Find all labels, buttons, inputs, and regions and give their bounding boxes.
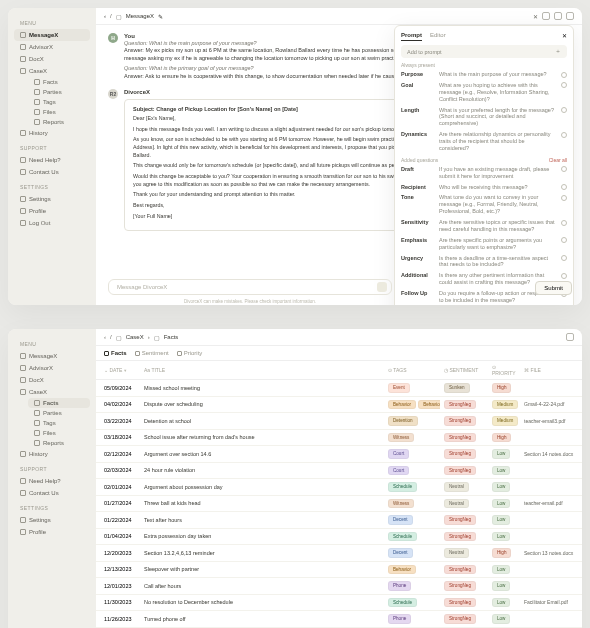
table-row[interactable]: 12/13/2023Sleepover with partnerBehavior… — [96, 562, 582, 579]
sidebar-support-item[interactable]: Need Help? — [14, 154, 90, 166]
tab-prompt[interactable]: Prompt — [401, 32, 422, 41]
info-icon[interactable] — [561, 220, 567, 226]
breadcrumb-app[interactable]: MessageX — [126, 13, 154, 19]
fullscreen-icon[interactable] — [554, 12, 562, 20]
tab-sentiment[interactable]: Sentiment — [135, 350, 169, 356]
cell-file[interactable]: Section 13 notes.docx — [524, 550, 574, 556]
info-icon[interactable] — [561, 184, 567, 190]
breadcrumb-root[interactable]: / — [110, 13, 112, 19]
sidebar-item-messagex[interactable]: MessageX — [14, 29, 90, 41]
sidebar-settings-item[interactable]: Settings — [14, 193, 90, 205]
prompt-field-recipient[interactable]: RecipientWho will be receiving this mess… — [401, 182, 567, 193]
send-icon[interactable] — [377, 282, 387, 292]
table-row[interactable]: 02/12/2024Argument over section 14.6Cour… — [96, 446, 582, 463]
sidebar-sub-reports[interactable]: Reports — [28, 117, 90, 127]
prompt-field-tone[interactable]: ToneWhat tone do you want to convey in y… — [401, 192, 567, 217]
prompt-field-emphasis[interactable]: EmphasisAre there specific points or arg… — [401, 235, 567, 253]
sidebar-sub-parties[interactable]: Parties — [28, 408, 90, 418]
sidebar-sub-parties[interactable]: Parties — [28, 87, 90, 97]
sidebar-support-item[interactable]: Contact Us — [14, 166, 90, 178]
table-row[interactable]: 02/01/2024Argument about possession dayS… — [96, 479, 582, 496]
sidebar-sub-files[interactable]: Files — [28, 107, 90, 117]
table-row[interactable]: 01/27/2024Threw ball at kids headWitness… — [96, 496, 582, 513]
breadcrumb-b[interactable]: Facts — [164, 334, 179, 340]
submit-button[interactable]: Submit — [535, 281, 572, 295]
sidebar-item-history-2[interactable]: History — [14, 448, 90, 460]
col-tags[interactable]: ⊙ TAGS — [388, 367, 440, 373]
back-icon[interactable]: ‹ — [104, 334, 106, 340]
sidebar-item-docx[interactable]: DocX — [14, 53, 90, 65]
table-row[interactable]: 12/20/2023Section 13.2,4,6,13 reminderDe… — [96, 545, 582, 562]
info-icon[interactable] — [561, 82, 567, 88]
topbar-icon[interactable] — [542, 12, 550, 20]
plus-icon[interactable] — [566, 333, 574, 341]
info-icon[interactable] — [561, 255, 567, 261]
clear-all-button[interactable]: Clear all — [549, 157, 567, 163]
add-to-prompt[interactable]: Add to prompt＋ — [401, 45, 567, 58]
sidebar-sub-facts[interactable]: Facts — [28, 77, 90, 87]
sidebar-support-item[interactable]: Contact Us — [14, 487, 90, 499]
table-row[interactable]: 02/03/202424 hour rule violationCourtStr… — [96, 463, 582, 480]
tab-facts[interactable]: Facts — [104, 350, 127, 356]
sidebar-item-messagex[interactable]: MessageX — [14, 350, 90, 362]
cell-file[interactable]: teacher-email.pdf — [524, 500, 574, 506]
edit-icon[interactable]: ✎ — [158, 13, 163, 20]
table-row[interactable]: 01/22/2024Text after hoursDecentStrongNe… — [96, 512, 582, 529]
breadcrumb-root-2[interactable]: / — [110, 334, 112, 340]
info-icon[interactable] — [561, 166, 567, 172]
info-icon[interactable] — [561, 107, 567, 113]
sidebar-sub-files[interactable]: Files — [28, 428, 90, 438]
table-row[interactable]: 01/04/2024Extra possession day takenSche… — [96, 529, 582, 546]
back-icon[interactable]: ‹ — [104, 13, 106, 19]
prompt-field-goal[interactable]: GoalWhat are you hoping to achieve with … — [401, 80, 567, 105]
table-row[interactable]: 05/09/2024Missed school meetingEventSunk… — [96, 380, 582, 397]
close-icon[interactable]: ✕ — [533, 13, 538, 20]
table-row[interactable]: 12/01/2023Call after hoursPhoneStrongNeg… — [96, 578, 582, 595]
sidebar-sub-tags[interactable]: Tags — [28, 97, 90, 107]
table-row[interactable]: 11/30/2023No resolution to December sche… — [96, 595, 582, 612]
col-title[interactable]: Aa TITLE — [144, 367, 384, 373]
info-icon[interactable] — [561, 132, 567, 138]
col-priority[interactable]: ⊙ PRIORITY — [492, 364, 520, 376]
sidebar-sub-reports[interactable]: Reports — [28, 438, 90, 448]
table-row[interactable]: 11/26/2023Turned phone offPhoneStrongNeg… — [96, 611, 582, 628]
prompt-field-purpose[interactable]: PurposeWhat is the main purpose of your … — [401, 69, 567, 80]
info-icon[interactable] — [561, 273, 567, 279]
sidebar-sub-tags[interactable]: Tags — [28, 418, 90, 428]
cell-file[interactable]: Facilitator Email.pdf — [524, 599, 574, 605]
prompt-field-length[interactable]: LengthWhat is your preferred length for … — [401, 105, 567, 130]
sidebar-support-item[interactable]: Need Help? — [14, 475, 90, 487]
table-row[interactable]: 03/18/2024School issue after returning f… — [96, 430, 582, 447]
sidebar-sub-facts[interactable]: Facts — [28, 398, 90, 408]
col-file[interactable]: ⌘ FILE — [524, 367, 574, 373]
cell-file[interactable]: Section 14 notes.docx — [524, 451, 574, 457]
table-row[interactable]: 04/02/2024Dispute over schedulingBehavio… — [96, 397, 582, 414]
sidebar-settings-item[interactable]: Log Out — [14, 217, 90, 229]
breadcrumb-a[interactable]: CaseX — [126, 334, 144, 340]
cell-file[interactable]: Gmail-4-22-24.pdf — [524, 401, 574, 407]
prompt-field-dynamics[interactable]: DynamicsAre there relationship dynamics … — [401, 129, 567, 154]
cell-file[interactable]: teacher-email3.pdf — [524, 418, 574, 424]
tab-editor[interactable]: Editor — [430, 32, 446, 41]
col-sentiment[interactable]: ◷ SENTIMENT — [444, 367, 488, 373]
sidebar-settings-item[interactable]: Settings — [14, 514, 90, 526]
tab-priority[interactable]: Priority — [177, 350, 203, 356]
col-date[interactable]: ⌄ DATE▼ — [104, 367, 140, 373]
prompt-field-urgency[interactable]: UrgencyIs there a deadline or a time-sen… — [401, 253, 567, 271]
sidebar-item-docx[interactable]: DocX — [14, 374, 90, 386]
info-icon[interactable] — [561, 237, 567, 243]
composer-input[interactable]: Message DivorceX — [108, 279, 392, 295]
info-icon[interactable] — [561, 195, 567, 201]
prompt-field-draft[interactable]: DraftIf you have an existing message dra… — [401, 164, 567, 182]
table-row[interactable]: 03/22/2024Detention at schoolDetentionSt… — [96, 413, 582, 430]
panel-close-icon[interactable]: ✕ — [562, 32, 567, 41]
sidebar-item-history[interactable]: History — [14, 127, 90, 139]
info-icon[interactable] — [561, 72, 567, 78]
sidebar-settings-item[interactable]: Profile — [14, 205, 90, 217]
sidebar-item-casex[interactable]: CaseX — [14, 65, 90, 77]
expand-icon[interactable] — [566, 12, 574, 20]
prompt-field-sensitivity[interactable]: SensitivityAre there sensitive topics or… — [401, 217, 567, 235]
sidebar-item-advisorx[interactable]: AdvisorX — [14, 362, 90, 374]
sidebar-settings-item[interactable]: Profile — [14, 526, 90, 538]
sidebar-item-advisorx[interactable]: AdvisorX — [14, 41, 90, 53]
